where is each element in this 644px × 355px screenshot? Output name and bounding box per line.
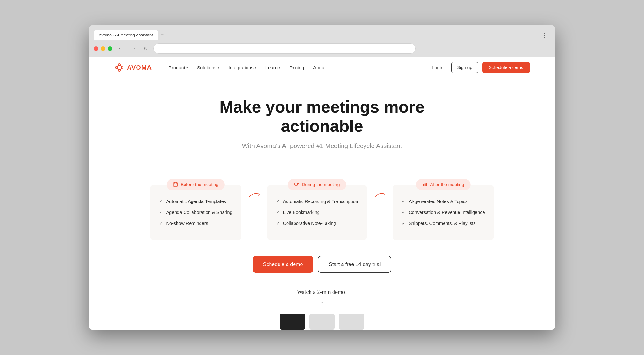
cta-section: Schedule a demo Start a free 14 day tria… (89, 256, 555, 273)
logo-text: AVOMA (127, 64, 152, 71)
card-badge-text-before: Before the meeting (181, 182, 218, 187)
list-item: ✓ Automatic Agenda Templates (159, 198, 232, 205)
signup-button[interactable]: Sign up (451, 62, 478, 73)
page-content: AVOMA Product ▾ Solutions ▾ Integrations… (89, 57, 555, 329)
check-icon: ✓ (159, 198, 163, 205)
video-thumbnail-dark (280, 314, 305, 330)
check-icon: ✓ (402, 198, 405, 205)
feature-card-before: Before the meeting ✓ Automatic Agenda Te… (150, 178, 241, 240)
check-icon: ✓ (159, 220, 163, 227)
close-button[interactable] (94, 46, 98, 51)
watch-demo-text: Watch a 2-min demo! (297, 289, 347, 296)
nav-actions: Login Sign up Schedule a demo (428, 62, 530, 73)
check-icon: ✓ (276, 220, 280, 227)
arrow-1 (248, 178, 261, 240)
chart-icon (422, 182, 428, 188)
check-icon: ✓ (276, 198, 280, 205)
nav-integrations[interactable]: Integrations ▾ (224, 62, 260, 73)
card-features-after: ✓ AI-generated Notes & Topics ✓ Conversa… (402, 198, 485, 227)
svg-rect-10 (423, 184, 424, 186)
arrow-2 (373, 178, 386, 240)
maximize-button[interactable] (108, 46, 112, 51)
browser-window: Avoma - AI Meeting Assistant + ⋮ ← → ↻ (89, 25, 555, 329)
browser-more-button[interactable]: ⋮ (539, 30, 550, 40)
list-item: ✓ AI-generated Notes & Topics (402, 198, 485, 205)
nav-product[interactable]: Product ▾ (165, 62, 192, 73)
svg-rect-11 (425, 183, 426, 186)
svg-rect-9 (295, 183, 298, 185)
chevron-down-icon: ▾ (279, 66, 280, 69)
list-item: ✓ Collaborative Note-Taking (276, 220, 358, 226)
list-item: ✓ No-show Reminders (159, 220, 232, 226)
browser-titlebar: Avoma - AI Meeting Assistant + ⋮ ← → ↻ (89, 25, 555, 57)
card-badge-during: During the meeting (288, 179, 346, 190)
chevron-down-icon: ▾ (255, 66, 256, 69)
hero-subtitle: With Avoma's AI-powered #1 Meeting Lifec… (191, 142, 453, 150)
hero-section: Make your meetings more actionable With … (178, 78, 466, 178)
traffic-lights (94, 46, 112, 51)
login-button[interactable]: Login (428, 62, 447, 73)
feature-card-after: After the meeting ✓ AI-generated Notes &… (393, 178, 494, 240)
card-badge-text-after: After the meeting (430, 182, 464, 187)
check-icon: ✓ (402, 220, 405, 227)
feature-cards: Before the meeting ✓ Automatic Agenda Te… (89, 178, 555, 240)
check-icon: ✓ (276, 209, 280, 216)
list-item: ✓ Automatic Recording & Transcription (276, 198, 358, 205)
svg-rect-5 (173, 183, 178, 186)
video-icon (294, 182, 299, 188)
list-item: ✓ Snippets, Comments, & Playlists (402, 220, 485, 226)
schedule-demo-nav-button[interactable]: Schedule a demo (482, 62, 530, 73)
list-item: ✓ Conversation & Revenue Intelligence (402, 209, 485, 216)
reload-button[interactable]: ↻ (142, 44, 150, 53)
minimize-button[interactable] (101, 46, 105, 51)
logo-icon (114, 62, 124, 73)
video-thumbnail-light (309, 314, 335, 330)
list-item: ✓ Agenda Collaboration & Sharing (159, 209, 232, 216)
hero-title: Make your meetings more actionable (191, 98, 453, 136)
video-thumbnail-light-2 (339, 314, 364, 330)
logo-link[interactable]: AVOMA (114, 62, 152, 73)
check-icon: ✓ (159, 209, 163, 216)
calendar-icon (173, 182, 178, 188)
chevron-down-icon: ▾ (186, 66, 188, 69)
address-bar[interactable] (153, 43, 416, 54)
chevron-down-icon: ▾ (218, 66, 219, 69)
video-stub (89, 311, 555, 330)
card-features-before: ✓ Automatic Agenda Templates ✓ Agenda Co… (159, 198, 232, 227)
browser-nav: ← → ↻ (94, 43, 550, 57)
schedule-demo-button[interactable]: Schedule a demo (253, 256, 313, 273)
card-badge-text-during: During the meeting (302, 182, 340, 187)
new-tab-button[interactable]: + (158, 30, 167, 39)
card-badge-after: After the meeting (416, 179, 471, 190)
watch-demo-section: Watch a 2-min demo! ↓ (89, 289, 555, 311)
back-button[interactable]: ← (116, 44, 125, 53)
svg-rect-12 (426, 183, 427, 186)
nav-about[interactable]: About (309, 62, 329, 73)
list-item: ✓ Live Bookmarking (276, 209, 358, 216)
feature-card-during: During the meeting ✓ Automatic Recording… (267, 178, 367, 240)
check-icon: ✓ (402, 209, 405, 216)
browser-tab[interactable]: Avoma - AI Meeting Assistant (94, 30, 158, 40)
nav-learn[interactable]: Learn ▾ (262, 62, 284, 73)
forward-button[interactable]: → (129, 44, 138, 53)
address-bar-container (153, 43, 550, 54)
tab-title: Avoma - AI Meeting Assistant (99, 33, 153, 37)
down-arrow-icon: ↓ (89, 297, 555, 304)
nav-links: Product ▾ Solutions ▾ Integrations ▾ Lea… (165, 62, 428, 73)
free-trial-button[interactable]: Start a free 14 day trial (318, 256, 391, 273)
card-badge-before: Before the meeting (167, 179, 225, 190)
nav-pricing[interactable]: Pricing (286, 62, 308, 73)
card-features-during: ✓ Automatic Recording & Transcription ✓ … (276, 198, 358, 227)
nav-solutions[interactable]: Solutions ▾ (193, 62, 224, 73)
navbar: AVOMA Product ▾ Solutions ▾ Integrations… (89, 57, 555, 78)
